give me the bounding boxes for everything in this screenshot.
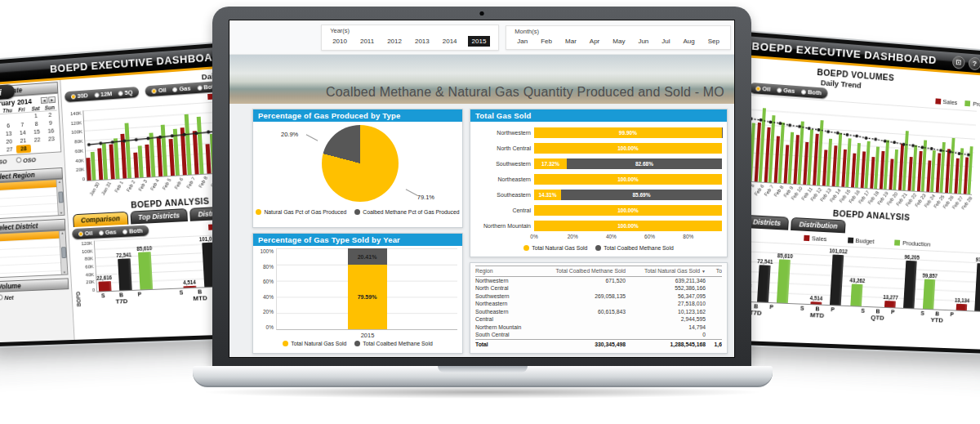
day-cell-28[interactable]: 28 [16, 145, 31, 154]
region-listbox[interactable]: ▲▼ [0, 179, 65, 220]
table-row[interactable]: Northern Mountain14,794 [475, 324, 722, 332]
scroll-up-icon[interactable]: ▲ [60, 231, 64, 235]
scrollbar[interactable]: ▲▼ [59, 230, 68, 274]
fuel-toggle-gas[interactable]: Gas [99, 228, 117, 236]
net-toggle: Net [0, 289, 69, 304]
fuel-toggle-oil[interactable]: Oil [78, 230, 93, 238]
year-option-2010[interactable]: 2010 [330, 37, 350, 46]
next-month-button[interactable]: ► [48, 96, 56, 103]
help-icon[interactable]: ? [969, 57, 980, 71]
month-option-apr[interactable]: Apr [587, 37, 602, 46]
toggle-label: Gas [105, 228, 117, 236]
scroll-down-icon[interactable]: ▼ [60, 211, 63, 215]
month-option-jun[interactable]: Jun [635, 37, 651, 46]
column-header[interactable]: Total Natural Gas Sold▼ [626, 266, 706, 276]
bar-segment[interactable]: 82.68% [567, 158, 722, 169]
bar-segment[interactable]: 100.00% [534, 205, 722, 216]
bar-segment[interactable]: 100.00% [534, 221, 722, 231]
fuel-toggle-oil[interactable]: Oil [152, 87, 167, 95]
legend-swatch-icon [354, 341, 360, 346]
axis-tick: 40K [86, 272, 95, 277]
bar-segment[interactable]: 99.90% [534, 127, 722, 138]
radio-dot-icon [99, 230, 104, 235]
bar-group [945, 138, 955, 194]
bar-group [793, 121, 804, 184]
column-header[interactable]: Total Coalbed Methane Sold [550, 266, 626, 276]
table-row[interactable]: Southeastern60,615,84310,123,162 [475, 308, 722, 316]
year-option-2013[interactable]: 2013 [412, 37, 432, 46]
oso-radio[interactable]: OSO [16, 156, 36, 164]
column-header[interactable]: Region [475, 266, 550, 276]
year-option-2011[interactable]: 2011 [358, 37, 376, 46]
bar-segment[interactable]: 100.00% [534, 174, 722, 185]
bar-sales [956, 304, 968, 310]
month-option-mar[interactable]: Mar [563, 37, 579, 46]
scrollbar-thumb[interactable] [60, 247, 65, 258]
table-row[interactable]: South Central0 [475, 331, 722, 339]
month-option-jan[interactable]: Jan [514, 37, 530, 46]
year-option-2014[interactable]: 2014 [440, 37, 460, 46]
column-header[interactable]: To [706, 266, 722, 276]
district-listbox[interactable]: ▲▼ [0, 230, 68, 278]
net-radio[interactable]: Net [0, 294, 14, 302]
scroll-up-icon[interactable]: ▲ [58, 180, 61, 184]
bar-segment[interactable]: 100.00% [534, 143, 722, 154]
month-option-feb[interactable]: Feb [538, 37, 555, 46]
bar-t7d-p: 85,610 [136, 238, 154, 289]
month-option-sep[interactable]: Sep [706, 37, 722, 46]
bar-mtd-s: 4,514 [809, 244, 826, 304]
table-row[interactable]: Central2,944,595 [475, 315, 722, 324]
prev-month-button[interactable]: ◄ [41, 97, 48, 104]
day-cell-27[interactable]: 27 [2, 145, 17, 154]
stack-segment[interactable]: 79.59% [348, 265, 387, 329]
month-option-may[interactable]: May [610, 37, 627, 46]
scroll-down-icon[interactable]: ▼ [63, 270, 66, 274]
tab-comparison[interactable]: Comparison [73, 212, 128, 227]
table-row[interactable]: North Central552,386,166 [475, 284, 722, 292]
scrollbar[interactable]: ▲▼ [56, 180, 65, 216]
iso-radio[interactable]: ISO [0, 158, 7, 166]
bar-segment[interactable]: 85.69% [561, 190, 722, 200]
range-toggle-30d[interactable]: 30D [71, 91, 88, 100]
month-option-jul[interactable]: Jul [659, 37, 672, 46]
tab-top-districts[interactable]: Top Districts [130, 208, 188, 225]
oso-label: OSO [23, 156, 36, 164]
fuel-toggle-gas[interactable]: Gas [777, 86, 795, 95]
year-option-2015[interactable]: 2015 [468, 36, 491, 47]
net-label: Net [4, 294, 14, 301]
table-row[interactable]: Northeastern27,518,010 [475, 300, 722, 308]
bar-prod [855, 143, 861, 188]
year-option-2012[interactable]: 2012 [385, 37, 404, 46]
axis-tick: 0% [530, 234, 537, 239]
table-row[interactable]: Southwestern269,058,13556,347,095 [475, 292, 722, 301]
month-option-aug[interactable]: Aug [681, 37, 697, 46]
stack-segment[interactable]: 20.41% [348, 248, 387, 265]
fuel-toggle-gas[interactable]: Gas [172, 84, 190, 92]
fuel-toggle-oil[interactable]: Oil [755, 84, 770, 92]
table-row[interactable]: Northwestern671,520639,211,346 [475, 277, 722, 285]
stacked-bar-2015[interactable]: 20.41%79.59% [348, 248, 387, 329]
toggle-label: 12M [100, 90, 113, 98]
region-row: Northeastern100.00% [474, 172, 722, 187]
table-cell: Northern Mountain [475, 324, 550, 332]
region-label: Northern Mountain [474, 223, 534, 229]
gas-produced-pie[interactable] [322, 125, 399, 202]
table-cell: South Central [475, 331, 550, 339]
print-icon[interactable]: ⊡ [952, 56, 965, 69]
bar-prod [958, 148, 964, 194]
tab-distribution[interactable]: Distribution [791, 217, 845, 233]
iso-oso-toggle: ISO OSO [0, 152, 62, 168]
region-label: Central [474, 208, 534, 213]
axis-tick: 40% [263, 294, 274, 300]
scrollbar-thumb[interactable] [58, 191, 63, 203]
bar-segment[interactable]: 14.31% [534, 190, 561, 200]
total-gas-sold-card: Total Gas Sold Northwestern99.90%North C… [470, 109, 728, 257]
range-toggle-12m[interactable]: 12M [94, 90, 112, 98]
radio-dot-icon [172, 87, 177, 91]
range-toggle-5q[interactable]: 5Q [118, 88, 133, 96]
fuel-toggle-both[interactable]: Both [801, 87, 822, 96]
bar-segment[interactable]: 17.32% [534, 158, 567, 169]
table-cell: 14,794 [626, 324, 706, 332]
fuel-toggle-both[interactable]: Both [122, 227, 143, 235]
legend-item: Prod [964, 100, 980, 108]
